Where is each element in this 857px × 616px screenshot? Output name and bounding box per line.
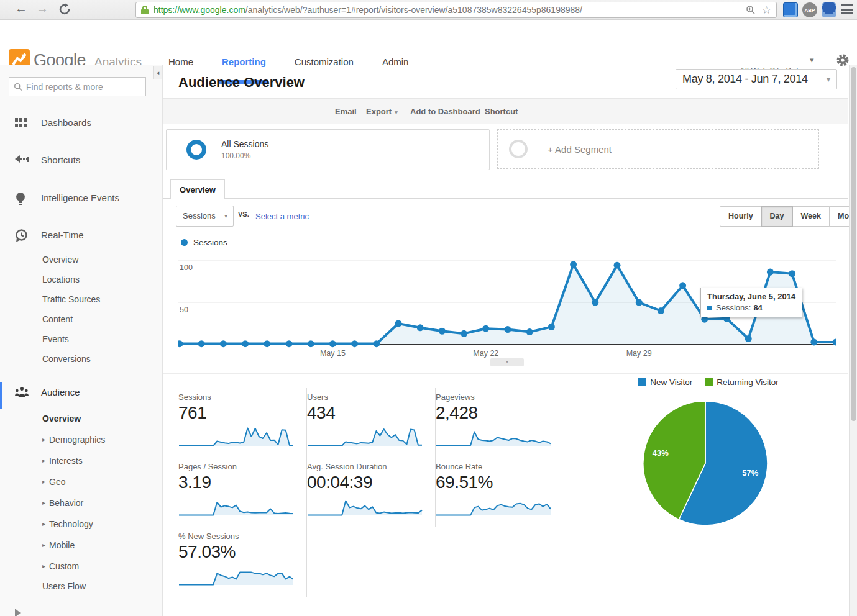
section-divider [163, 373, 848, 374]
sidebar-item-rt-content[interactable]: Content [42, 314, 73, 324]
metric-pages-per-session[interactable]: Pages / Session 3.19 [178, 458, 307, 527]
returning-visitor-swatch-icon [705, 378, 713, 386]
search-icon [14, 83, 22, 91]
sidebar-item-audience-overview[interactable]: Overview [42, 414, 81, 424]
visitor-type-pie-chart[interactable]: 57%43% [640, 398, 771, 531]
shortcuts-icon [15, 154, 29, 164]
sessions-legend-label: Sessions [193, 238, 227, 247]
metric-bounce-rate[interactable]: Bounce Rate 69.51% [436, 458, 564, 527]
search-input[interactable] [26, 82, 132, 92]
expand-caret-icon: ▸ [42, 541, 45, 548]
visitor-type-legend: New Visitor Returning Visitor [615, 378, 802, 387]
bookmark-star-icon[interactable]: ☆ [762, 5, 771, 16]
chart-expander-caret-icon[interactable]: ▾ [490, 358, 524, 366]
sidebar-search[interactable] [9, 77, 146, 96]
all-sessions-ring-icon [186, 140, 206, 160]
sidebar-item-rt-overview[interactable]: Overview [42, 255, 78, 265]
browser-reload-icon[interactable] [58, 3, 71, 16]
chart-tooltip: Thursday, June 5, 2014 Sessions: 84 [700, 288, 802, 317]
segment-all-sessions[interactable]: All Sessions 100.00% [166, 129, 490, 170]
sessions-sparkline [178, 423, 294, 448]
report-action-bar: Email Export Add to Dashboard Shortcut [163, 98, 848, 124]
sidebar-item-technology[interactable]: Technology [49, 519, 93, 529]
sidebar-item-real-time[interactable]: Real-Time [0, 229, 163, 243]
legend-new-visitor: New Visitor [638, 378, 692, 387]
email-button[interactable]: Email [335, 107, 357, 116]
account-dropdown-caret-icon[interactable]: ▾ [810, 55, 814, 65]
scrollbar-thumb[interactable] [851, 67, 856, 421]
pages-per-session-sparkline [178, 492, 294, 517]
tooltip-metric-label: Sessions: [716, 303, 751, 312]
tooltip-date: Thursday, June 5, 2014 [707, 292, 795, 301]
sidebar-item-rt-traffic-sources[interactable]: Traffic Sources [42, 294, 100, 304]
granularity-week-button[interactable]: Week [792, 206, 830, 227]
sidebar-item-dashboards[interactable]: Dashboards [0, 117, 163, 130]
metric-new-sessions[interactable]: % New Sessions 57.03% [178, 527, 307, 597]
account-name-redacted [687, 45, 809, 68]
browser-back-icon[interactable]: ← [15, 1, 27, 16]
sidebar-item-geo[interactable]: Geo [49, 477, 65, 487]
metric-users[interactable]: Users 434 [307, 388, 436, 458]
audience-icon [15, 386, 29, 397]
real-time-icon [15, 229, 28, 242]
tooltip-swatch-icon [707, 306, 712, 310]
export-button[interactable]: Export [366, 107, 398, 116]
profile-extension-icon[interactable] [822, 2, 836, 17]
expand-caret-icon: ▸ [42, 563, 45, 569]
svg-text:100: 100 [180, 263, 193, 272]
new-visitor-swatch-icon [638, 378, 646, 386]
add-segment-button[interactable]: + Add Segment [497, 129, 819, 169]
sidebar-item-interests[interactable]: Interests [49, 456, 83, 466]
sidebar-item-mobile[interactable]: Mobile [49, 540, 75, 550]
expand-caret-icon: ▸ [42, 499, 45, 506]
collapse-sidebar-icon[interactable]: ◂ [153, 66, 163, 79]
shortcut-button[interactable]: Shortcut [485, 107, 518, 116]
gear-icon[interactable] [836, 53, 850, 67]
granularity-day-button[interactable]: Day [761, 206, 793, 227]
sidebar-item-demographics[interactable]: Demographics [49, 435, 105, 445]
metric-summary-grid: Sessions 761 Users 434 Pageviews 2,428 P… [178, 388, 567, 597]
pictures-extension-icon[interactable] [783, 2, 798, 17]
segment-name: All Sessions [221, 139, 268, 149]
tab-divider [163, 198, 848, 199]
date-dropdown-caret-icon: ▾ [827, 75, 830, 84]
address-bar[interactable]: https://www.google.com/analytics/web/?au… [135, 2, 777, 18]
browser-menu-icon[interactable] [841, 4, 853, 14]
sidebar-item-rt-events[interactable]: Events [42, 334, 69, 344]
select-a-metric-link[interactable]: Select a metric [255, 212, 309, 221]
sidebar-item-rt-locations[interactable]: Locations [42, 274, 80, 284]
sidebar-item-shortcuts[interactable]: Shortcuts [0, 154, 163, 168]
sidebar-item-users-flow[interactable]: Users Flow [42, 581, 86, 591]
tooltip-metric-value: 84 [753, 303, 762, 312]
sidebar-item-audience[interactable]: Audience [0, 386, 163, 400]
adblock-extension-icon[interactable]: ABP [802, 2, 817, 17]
add-to-dashboard-button[interactable]: Add to Dashboard [410, 107, 480, 116]
granularity-toggle: Hourly Day Week Month [720, 206, 857, 227]
sidebar-item-behavior[interactable]: Behavior [49, 498, 83, 508]
avg-session-duration-sparkline [307, 492, 423, 517]
metric-sessions[interactable]: Sessions 761 [178, 388, 307, 458]
zoom-icon[interactable] [746, 5, 756, 15]
acquisition-icon-partial [15, 609, 21, 616]
sidebar-item-custom[interactable]: Custom [49, 561, 79, 571]
tab-overview[interactable]: Overview [170, 179, 225, 199]
svg-text:May 29: May 29 [626, 349, 652, 358]
metric-pageviews[interactable]: Pageviews 2,428 [436, 388, 564, 458]
vs-label: vs. [238, 211, 249, 218]
intelligence-events-icon [15, 192, 26, 206]
metric-selector-dropdown[interactable]: Sessions [176, 206, 234, 227]
nav-admin[interactable]: Admin [382, 40, 409, 84]
sessions-line-chart[interactable]: 50100May 15May 22May 29 Thursday, June 5… [178, 250, 836, 367]
dashboards-icon [15, 117, 27, 129]
browser-forward-icon[interactable]: → [36, 1, 48, 16]
page-scrollbar[interactable] [849, 65, 857, 616]
sidebar-item-rt-conversions[interactable]: Conversions [42, 354, 91, 364]
granularity-hourly-button[interactable]: Hourly [720, 206, 762, 227]
page-title: Audience Overview [178, 75, 305, 91]
expand-caret-icon: ▸ [42, 436, 45, 443]
metric-avg-session-duration[interactable]: Avg. Session Duration 00:04:39 [307, 458, 436, 527]
sidebar-item-intelligence-events[interactable]: Intelligence Events [0, 192, 163, 206]
segment-percent: 100.00% [221, 152, 250, 160]
date-range-selector[interactable]: May 8, 2014 - Jun 7, 2014 ▾ [676, 69, 837, 89]
expand-caret-icon: ▸ [42, 457, 45, 464]
